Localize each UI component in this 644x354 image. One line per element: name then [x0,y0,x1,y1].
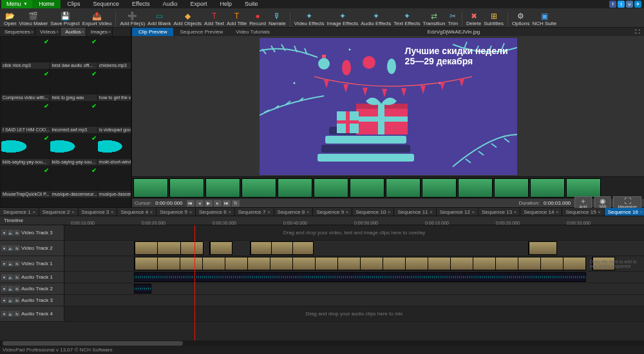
bin-clip[interactable]: Compress video with...✔ [1,70,50,101]
mute-icon[interactable]: 🔈 [8,245,14,251]
filmstrip-frame[interactable] [278,178,312,198]
add-title-button[interactable]: TAdd Title [227,12,247,27]
record-button[interactable]: ●Record [249,12,266,27]
filmstrip[interactable] [132,176,644,198]
sequence-tab-3[interactable]: Sequence 3× [79,208,118,216]
bin-clip[interactable]: click nice.mp3✔ [1,37,50,69]
mute-icon[interactable]: 🔈 [8,297,14,303]
trim-button[interactable]: ✂Trim [448,12,458,27]
bin-clip[interactable]: heic to jpeg.wav✔ [50,70,97,101]
text-effects-button[interactable]: ✦Text Effects [393,12,420,27]
collapse-icon[interactable]: ▾ [1,297,7,303]
menu-tab-export[interactable]: Export [184,0,213,8]
sequence-tab-11[interactable]: Sequence 11× [394,208,436,216]
twitter-icon[interactable]: t [618,1,625,8]
filmstrip-frame[interactable] [314,178,348,198]
track-lane[interactable]: Drag clip here to add to end of the sequ… [64,256,644,271]
bin-clip[interactable]: chickens.mp3✔ [98,37,131,69]
menu-tab-home[interactable]: Home [32,0,61,8]
audio-clip[interactable] [134,284,151,293]
video-clip[interactable] [134,257,586,270]
close-icon[interactable]: × [346,208,348,216]
sequence-tab-13[interactable]: Sequence 13× [478,208,520,216]
menu-tab-sequence[interactable]: Sequence [87,0,126,8]
fx-icon[interactable]: fx [14,297,20,303]
track-header[interactable]: ▾🔈fx Video Track 1 [0,256,64,271]
go-end-button[interactable]: ⏭ [223,200,231,207]
bin-clip[interactable] [50,198,97,207]
mute-icon[interactable]: 🔈 [8,274,14,280]
filmstrip-frame[interactable] [422,178,457,198]
collapse-icon[interactable]: ▾ [1,230,7,236]
close-icon[interactable]: × [267,208,270,216]
sequence-tab-6[interactable]: Sequence 6× [196,208,235,216]
add-blank-button[interactable]: ▭Add Blank [147,12,171,27]
filmstrip-frame[interactable] [169,178,204,198]
fx-icon[interactable]: fx [14,286,20,292]
preview-tab-clip-preview[interactable]: Clip Preview [132,28,173,36]
add-text-button[interactable]: TAdd Text [204,12,224,27]
track-header[interactable]: ▾🔈fx Audio Track 4 [0,306,64,321]
menu-tab-help[interactable]: Help [213,0,238,8]
preview-tab-sequence-preview[interactable]: Sequence Preview [173,28,229,36]
bin-tab-sequences[interactable]: Sequences [0,28,35,36]
fx-icon[interactable]: fx [14,311,20,317]
close-icon[interactable]: × [388,208,390,216]
filmstrip-frame[interactable] [386,178,421,198]
sequence-tab-14[interactable]: Sequence 14× [520,208,562,216]
add-files-button[interactable]: ➕Add File(s) [120,12,145,27]
nch-suite-button[interactable]: ▣NCH Suite [532,12,556,27]
close-icon[interactable]: × [150,208,153,216]
collapse-icon[interactable]: ▾ [1,274,7,280]
facebook-icon[interactable]: f [609,1,616,8]
track-header[interactable]: ▾🔈fx Audio Track 1 [0,272,64,283]
close-icon[interactable]: × [72,208,75,216]
video-maker-button[interactable]: 🎬Video Maker [19,12,48,27]
export-video-button[interactable]: 📤Export Video [82,12,112,27]
close-icon[interactable]: × [472,208,475,216]
filmstrip-frame[interactable] [205,178,240,198]
menu-tab-effects[interactable]: Effects [126,0,156,8]
video-clip[interactable] [528,241,557,255]
video-effects-button[interactable]: ✦Video Effects [294,12,325,27]
sequence-tab-7[interactable]: Sequence 7× [235,208,274,216]
menu-tab-clips[interactable]: Clips [61,0,86,8]
close-icon[interactable]: × [189,208,192,216]
bin-clip[interactable]: musique-dascenseur...✔ [98,166,131,198]
sequence-tab-8[interactable]: Sequence 8× [274,208,314,216]
track-lane[interactable] [64,295,644,306]
collapse-icon[interactable]: ▾ [1,311,7,317]
track-lane[interactable] [64,283,644,294]
collapse-icon[interactable]: ▾ [1,261,7,266]
narrate-button[interactable]: 🎙Narrate [269,12,286,27]
sequence-tab-12[interactable]: Sequence 12× [437,208,478,216]
track-lane[interactable] [64,241,644,256]
options-button[interactable]: ⚙Options [512,12,530,27]
mute-icon[interactable]: 🔈 [8,230,14,236]
track-lane[interactable] [64,272,644,283]
add-objects-button[interactable]: ◆Add Objects [174,12,202,27]
bin-tab-audios[interactable]: Audios [61,28,86,36]
transition-button[interactable]: ⇄Transition [423,12,446,27]
preview-tab-video-tutorials[interactable]: Video Tutorials [229,28,276,36]
bin-tab-images[interactable]: Images [86,28,113,36]
close-icon[interactable]: × [430,208,433,216]
menu-tab-suite[interactable]: Suite [238,0,265,8]
close-icon[interactable]: × [111,208,113,216]
sequence-tab-9[interactable]: Sequence 9× [313,208,352,216]
track-header[interactable]: ▾🔈fx Video Track 3 [0,225,64,240]
sequence-tab-1[interactable]: Sequence 1× [0,208,39,216]
close-icon[interactable]: × [514,208,516,216]
audio-clip[interactable] [134,272,586,282]
bin-tab-videos[interactable]: Videos [35,28,61,36]
close-icon[interactable]: × [640,208,643,216]
sequence-tab-15[interactable]: Sequence 15× [562,208,604,216]
step-back-button[interactable]: ◂ [196,200,204,207]
track-lane[interactable]: Drag and drop your audio clips here to m… [64,306,644,321]
step-fwd-button[interactable]: ▸ [214,200,222,207]
go-start-button[interactable]: ⏮ [187,200,194,207]
filmstrip-frame[interactable] [566,178,601,198]
filmstrip-frame[interactable] [133,178,168,198]
vk-icon[interactable]: v [626,1,633,8]
open-button[interactable]: 📂Open [4,12,17,27]
